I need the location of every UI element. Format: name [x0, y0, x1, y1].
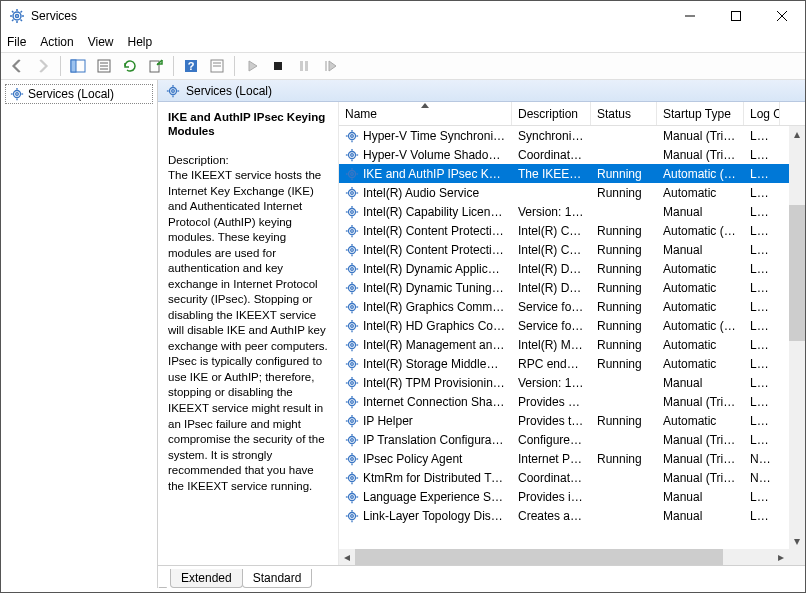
refresh-button[interactable]	[118, 54, 142, 78]
menu-help[interactable]: Help	[128, 35, 153, 49]
svg-point-144	[349, 455, 356, 462]
service-row[interactable]: IPsec Policy AgentInternet Pro...Running…	[339, 449, 789, 468]
service-description: Internet Pro...	[512, 452, 591, 466]
service-row[interactable]: Hyper-V Volume Shadow C...Coordinates...…	[339, 145, 789, 164]
service-description: RPC endpoi...	[512, 357, 591, 371]
service-logon: Loca	[744, 376, 780, 390]
service-row[interactable]: Hyper-V Time Synchronizati...Synchronize…	[339, 126, 789, 145]
service-description: Version: 1.6...	[512, 205, 591, 219]
show-hide-tree-button[interactable]	[66, 54, 90, 78]
service-row[interactable]: Intel(R) Audio ServiceRunningAutomaticLo…	[339, 183, 789, 202]
main-body: Services (Local) Services (Local) IKE an…	[1, 80, 805, 588]
svg-line-8	[12, 20, 14, 22]
service-status: Running	[591, 186, 657, 200]
gear-icon	[345, 338, 359, 352]
service-status: Running	[591, 262, 657, 276]
service-row[interactable]: Intel(R) Content Protection ...Intel(R) …	[339, 221, 789, 240]
forward-button[interactable]	[31, 54, 55, 78]
service-row[interactable]: Link-Layer Topology Discov...Creates a N…	[339, 506, 789, 525]
menu-action[interactable]: Action	[40, 35, 73, 49]
svg-point-31	[16, 93, 19, 96]
vertical-scrollbar[interactable]: ▴ ▾	[789, 126, 805, 549]
export-button[interactable]	[144, 54, 168, 78]
tree-root-label: Services (Local)	[28, 87, 114, 101]
svg-point-85	[351, 267, 354, 270]
gear-icon	[345, 300, 359, 314]
service-row[interactable]: Intel(R) Dynamic Applicatio...Intel(R) D…	[339, 259, 789, 278]
service-logon: Netv	[744, 471, 780, 485]
service-startup: Automatic	[657, 262, 744, 276]
svg-point-42	[349, 132, 356, 139]
column-header-logon[interactable]: Log On As	[744, 102, 780, 125]
service-row[interactable]: Intel(R) Dynamic Tuning ser...Intel(R) D…	[339, 278, 789, 297]
svg-point-90	[349, 284, 356, 291]
column-header-status[interactable]: Status	[591, 102, 657, 125]
service-row[interactable]: IKE and AuthIP IPsec Keying...The IKEEXT…	[339, 164, 789, 183]
start-service-button[interactable]	[240, 54, 264, 78]
service-row[interactable]: Language Experience ServiceProvides inf.…	[339, 487, 789, 506]
service-description: Version: 1.6...	[512, 376, 591, 390]
menu-file[interactable]: File	[7, 35, 26, 49]
svg-rect-26	[274, 62, 282, 70]
service-startup: Manual	[657, 509, 744, 523]
maximize-button[interactable]	[713, 1, 759, 31]
gear-icon	[345, 395, 359, 409]
svg-point-150	[349, 474, 356, 481]
service-row[interactable]: Intel(R) HD Graphics Contro...Service fo…	[339, 316, 789, 335]
service-description: Provides inf...	[512, 490, 591, 504]
column-header-name[interactable]: Name	[339, 102, 512, 125]
restart-service-button[interactable]	[318, 54, 342, 78]
hscroll-thumb[interactable]	[355, 549, 723, 565]
service-row[interactable]: Intel(R) Content Protection ...Intel(R) …	[339, 240, 789, 259]
service-row[interactable]: Intel(R) Storage Middleware...RPC endpoi…	[339, 354, 789, 373]
stop-service-button[interactable]	[266, 54, 290, 78]
svg-point-30	[14, 91, 21, 98]
menu-view[interactable]: View	[88, 35, 114, 49]
service-startup: Manual (Trig...	[657, 148, 744, 162]
list-body: Hyper-V Time Synchronizati...Synchronize…	[339, 126, 805, 565]
svg-point-145	[351, 457, 354, 460]
horizontal-scrollbar[interactable]: ◂ ▸	[339, 549, 789, 565]
service-row[interactable]: Intel(R) Management and S...Intel(R) Ma.…	[339, 335, 789, 354]
tab-standard[interactable]: Standard	[242, 569, 313, 588]
column-header-startup[interactable]: Startup Type	[657, 102, 744, 125]
service-row[interactable]: Intel(R) Graphics Command...Service for …	[339, 297, 789, 316]
service-name: Intel(R) Content Protection ...	[363, 224, 506, 238]
service-row[interactable]: Intel(R) TPM Provisioning S...Version: 1…	[339, 373, 789, 392]
pause-service-button[interactable]	[292, 54, 316, 78]
gear-icon	[345, 243, 359, 257]
service-row[interactable]: Intel(R) Capability Licensing...Version:…	[339, 202, 789, 221]
back-button[interactable]	[5, 54, 29, 78]
titlebar: Services	[1, 1, 805, 31]
service-logon: Loca	[744, 262, 780, 276]
scroll-up-icon[interactable]: ▴	[789, 126, 805, 142]
vscroll-thumb[interactable]	[789, 205, 805, 342]
scroll-left-icon[interactable]: ◂	[339, 549, 355, 565]
svg-point-114	[349, 360, 356, 367]
service-description: Intel(R) Dyn...	[512, 262, 591, 276]
minimize-button[interactable]	[667, 1, 713, 31]
help-button[interactable]: ?	[179, 54, 203, 78]
tree-root-services-local[interactable]: Services (Local)	[5, 84, 153, 104]
service-name: Intel(R) Dynamic Tuning ser...	[363, 281, 506, 295]
service-row[interactable]: KtmRm for Distributed Tran...Coordinates…	[339, 468, 789, 487]
svg-point-108	[349, 341, 356, 348]
help-topics-button[interactable]	[205, 54, 229, 78]
service-status: Running	[591, 338, 657, 352]
tab-extended[interactable]: Extended	[170, 569, 243, 588]
scroll-right-icon[interactable]: ▸	[773, 549, 789, 565]
scroll-down-icon[interactable]: ▾	[789, 533, 805, 549]
svg-point-103	[351, 324, 354, 327]
close-button[interactable]	[759, 1, 805, 31]
svg-point-84	[349, 265, 356, 272]
services-app-icon	[9, 8, 25, 24]
services-list: Name Description Status Startup Type Log…	[338, 102, 805, 565]
svg-point-133	[351, 419, 354, 422]
service-row[interactable]: Internet Connection Sharin...Provides ne…	[339, 392, 789, 411]
service-row[interactable]: IP HelperProvides tu...RunningAutomaticL…	[339, 411, 789, 430]
column-header-description[interactable]: Description	[512, 102, 591, 125]
service-row[interactable]: IP Translation Configuratio...Configures…	[339, 430, 789, 449]
properties-button[interactable]	[92, 54, 116, 78]
svg-point-120	[349, 379, 356, 386]
service-name: IPsec Policy Agent	[363, 452, 506, 466]
